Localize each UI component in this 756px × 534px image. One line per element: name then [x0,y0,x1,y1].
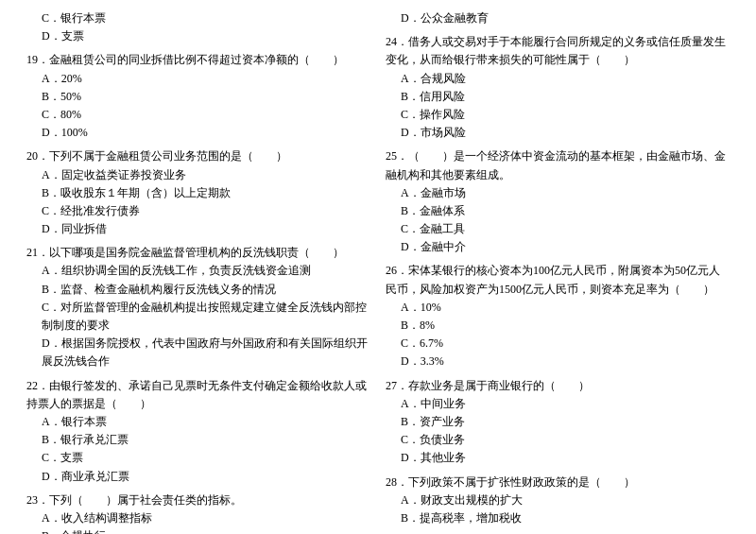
q27-option-b: B．资产业务 [386,413,730,431]
q22-option-a: A．银行本票 [26,413,370,431]
question-28: 28．下列政策不属于扩张性财政政策的是（ ） A．财政支出规模的扩大 B．提高税… [386,474,730,528]
q27-option-d: D．其他业务 [386,449,730,467]
q25-option-d: D．金融中介 [386,238,730,256]
q22-option-d: D．商业承兑汇票 [26,468,370,486]
q26-title: 26．宋体某银行的核心资本为100亿元人民币，附属资本为50亿元人民币，风险加权… [386,262,730,298]
q22-title: 22．由银行签发的、承诺自己见票时无条件支付确定金额给收款人或持票人的票据是（ … [26,377,370,413]
q20-title: 20．下列不属于金融租赁公司业务范围的是（ ） [26,147,370,165]
question-20: 20．下列不属于金融租赁公司业务范围的是（ ） A．固定收益类证券投资业务 B．… [26,147,370,238]
q26-option-a: A．10% [386,299,730,317]
right-column: D．公众金融教育 24．借务人或交易对手于本能履行合同所规定的义务或信任质量发生… [378,9,737,534]
q19-option-a: A．20% [26,70,370,88]
q20-option-c: C．经批准发行债券 [26,202,370,220]
option-d-public: D．公众金融教育 [386,9,730,27]
question-24: 24．借务人或交易对手于本能履行合同所规定的义务或信任质量发生变化，从而给银行带… [386,33,730,142]
q20-option-a: A．固定收益类证券投资业务 [26,166,370,184]
q23-title: 23．下列（ ）属于社会责任类的指标。 [26,491,370,509]
q21-option-a: A．组织协调全国的反洗钱工作，负责反洗钱资金追测 [26,262,370,280]
q24-option-d: D．市场风险 [386,124,730,142]
q28-option-b: B．提高税率，增加税收 [386,509,730,527]
q25-option-a: A．金融市场 [386,184,730,202]
q28-option-a: A．财政支出规模的扩大 [386,491,730,509]
main-content: C．银行本票 D．支票 19．金融租赁公司的同业拆借比例不得超过资本净额的（ ）… [19,9,737,534]
q25-option-c: C．金融工具 [386,220,730,238]
q27-title: 27．存款业务是属于商业银行的（ ） [386,377,730,395]
q19-option-c: C．80% [26,106,370,124]
left-column: C．银行本票 D．支票 19．金融租赁公司的同业拆借比例不得超过资本净额的（ ）… [19,9,378,534]
prev-question-options: C．银行本票 D．支票 [26,9,370,45]
q25-title: 25．（ ）是一个经济体中资金流动的基本框架，由金融市场、金融机构和其他要素组成… [386,147,730,183]
prev-question-d-option: D．公众金融教育 [386,9,730,27]
q26-option-c: C．6.7% [386,335,730,353]
q22-option-b: B．银行承兑汇票 [26,431,370,449]
option-label: D． [42,29,61,43]
q26-option-d: D．3.3% [386,353,730,370]
question-22: 22．由银行签发的、承诺自己见票时无条件支付确定金额给收款人或持票人的票据是（ … [26,377,370,486]
q21-option-b: B．监督、检查金融机构履行反洗钱义务的情况 [26,281,370,299]
question-27: 27．存款业务是属于商业银行的（ ） A．中间业务 B．资产业务 C．负债业务 … [386,377,730,468]
q24-option-a: A．合规风险 [386,70,730,88]
q21-option-d: D．根据国务院授权，代表中国政府与外国政府和有关国际组织开展反洗钱合作 [26,335,370,370]
option-text: 支票 [61,29,84,43]
q24-option-b: B．信用风险 [386,88,730,106]
question-26: 26．宋体某银行的核心资本为100亿元人民币，附属资本为50亿元人民币，风险加权… [386,262,730,370]
option-text: 银行本票 [60,11,106,25]
q24-title: 24．借务人或交易对手于本能履行合同所规定的义务或信任质量发生变化，从而给银行带… [386,33,730,69]
q21-option-c: C．对所监督管理的金融机构提出按照规定建立健全反洗钱内部控制制度的要求 [26,299,370,335]
question-21: 21．以下哪项是国务院金融监督管理机构的反洗钱职责（ ） A．组织协调全国的反洗… [26,244,370,370]
question-23: 23．下列（ ）属于社会责任类的指标。 A．收入结构调整指标 B．合规执行 C．… [26,491,370,534]
q24-option-c: C．操作风险 [386,106,730,124]
q25-option-b: B．金融体系 [386,202,730,220]
option-d-check: D．支票 [26,27,370,45]
q23-option-b: B．合规执行 [26,527,370,534]
q20-option-d: D．同业拆借 [26,220,370,238]
question-19: 19．金融租赁公司的同业拆借比例不得超过资本净额的（ ） A．20% B．50%… [26,51,370,142]
question-25: 25．（ ）是一个经济体中资金流动的基本框架，由金融市场、金融机构和其他要素组成… [386,147,730,256]
option-label: C． [42,11,60,25]
q27-option-c: C．负债业务 [386,431,730,449]
q28-title: 28．下列政策不属于扩张性财政政策的是（ ） [386,474,730,491]
q23-option-a: A．收入结构调整指标 [26,509,370,527]
q21-title: 21．以下哪项是国务院金融监督管理机构的反洗钱职责（ ） [26,244,370,262]
q26-option-b: B．8% [386,317,730,335]
q19-title: 19．金融租赁公司的同业拆借比例不得超过资本净额的（ ） [26,51,370,69]
q20-option-b: B．吸收股东１年期（含）以上定期款 [26,184,370,202]
q19-option-b: B．50% [26,88,370,106]
q27-option-a: A．中间业务 [386,395,730,413]
q22-option-c: C．支票 [26,449,370,467]
option-c-bank: C．银行本票 [26,9,370,27]
q19-option-d: D．100% [26,124,370,142]
